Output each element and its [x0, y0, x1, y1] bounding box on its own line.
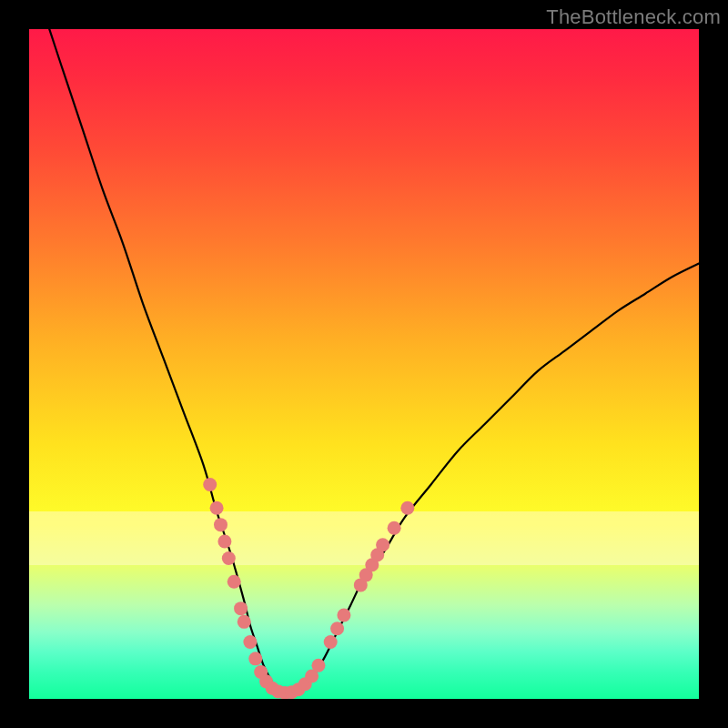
dot: [234, 602, 248, 615]
dot: [238, 615, 251, 629]
dot: [400, 501, 414, 515]
dot: [376, 538, 389, 551]
dot: [330, 622, 344, 635]
dot: [222, 551, 236, 565]
dot: [324, 635, 338, 649]
dot: [217, 535, 231, 549]
highlighted-dots: [203, 478, 414, 699]
dot: [203, 478, 217, 491]
dot: [311, 659, 325, 672]
dots-layer: [29, 29, 699, 699]
dot: [248, 652, 262, 665]
dot: [228, 575, 241, 589]
dot: [243, 635, 257, 649]
dot: [337, 609, 350, 622]
dot: [210, 501, 224, 515]
plot-area: [29, 29, 699, 699]
credit-label: TheBottleneck.com: [546, 5, 721, 29]
chart-stage: TheBottleneck.com: [0, 0, 728, 728]
dot: [214, 518, 228, 531]
dot: [388, 521, 401, 535]
